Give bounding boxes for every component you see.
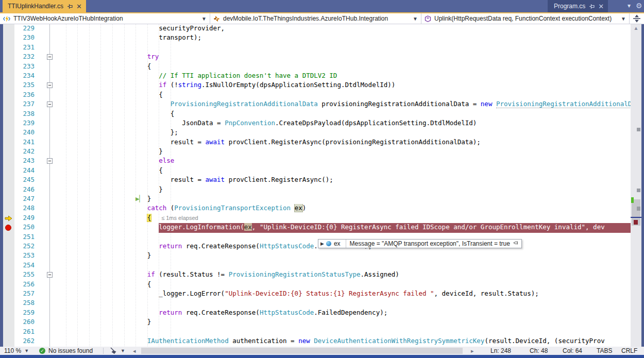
code-line[interactable]: 235 if (!string.IsNullOrEmpty(dpsApplica…: [3, 81, 631, 90]
code-line[interactable]: 248 catch (ProvisioningTransportExceptio…: [3, 204, 631, 213]
code-line[interactable]: 240 };: [3, 128, 631, 138]
horizontal-scrollbar[interactable]: [140, 348, 468, 354]
code-text[interactable]: return req.CreateResponse(HttpStatusCode…: [159, 309, 631, 318]
code-text[interactable]: };: [171, 128, 631, 138]
code-text[interactable]: securityProvider,: [159, 24, 631, 33]
breakpoint-margin-cell[interactable]: [3, 24, 14, 33]
code-line[interactable]: 241 result = await provClient.RegisterAs…: [3, 138, 631, 147]
code-line[interactable]: 234 // If TTI application doesn't have a…: [3, 72, 631, 81]
breakpoint-margin-cell[interactable]: [3, 81, 14, 90]
code-text[interactable]: ▶▏ }: [135, 195, 631, 204]
breakpoint-margin-cell[interactable]: [3, 204, 14, 213]
code-text[interactable]: catch (ProvisioningTransportException ex…: [147, 204, 631, 213]
code-text[interactable]: ProvisioningRegistrationAdditionalData p…: [171, 100, 631, 109]
code-line[interactable]: 238 {: [3, 110, 631, 119]
fold-toggle[interactable]: [47, 272, 53, 278]
code-text[interactable]: if (result.Status != ProvisioningRegistr…: [147, 270, 631, 280]
code-line[interactable]: 254: [3, 261, 631, 270]
pin-icon[interactable]: [67, 4, 73, 9]
breakpoint-margin-cell[interactable]: [3, 337, 14, 346]
code-text[interactable]: try: [147, 53, 631, 62]
code-line[interactable]: 230 transport);: [3, 33, 631, 43]
breakpoint-margin-cell[interactable]: [3, 214, 14, 223]
breakpoint-margin-cell[interactable]: [3, 309, 14, 318]
breakpoint-margin-cell[interactable]: [3, 72, 14, 81]
close-icon[interactable]: ✕: [76, 3, 82, 10]
breakpoint-margin-cell[interactable]: [3, 166, 14, 176]
breakpoint-margin-cell[interactable]: [3, 53, 14, 62]
code-line[interactable]: 260 }: [3, 318, 631, 327]
breakpoint-margin-cell[interactable]: [3, 195, 14, 204]
code-text[interactable]: {: [159, 91, 631, 100]
code-line[interactable]: 252 return req.CreateResponse(HttpStatus…: [3, 242, 631, 251]
code-line[interactable]: 233 {: [3, 62, 631, 72]
fold-toggle[interactable]: [47, 158, 53, 164]
breakpoint-margin-cell[interactable]: [3, 289, 14, 299]
horizontal-scrollbar-thumb[interactable]: [141, 348, 463, 354]
tab-ttiuplinkhandler[interactable]: TTIUplinkHandler.cs ✕: [3, 0, 86, 12]
indent-mode-indicator[interactable]: TABS: [597, 347, 612, 355]
code-text[interactable]: [54, 261, 631, 270]
close-icon[interactable]: ✕: [598, 3, 604, 10]
breakpoint-margin-cell[interactable]: [3, 280, 14, 289]
split-editor-button[interactable]: [630, 13, 644, 24]
code-text[interactable]: {: [171, 110, 631, 119]
breakpoint-margin-cell[interactable]: [3, 147, 14, 157]
code-line[interactable]: 243 else: [3, 157, 631, 166]
breakpoint-margin-cell[interactable]: [3, 223, 14, 232]
line-ending-indicator[interactable]: CRLF: [621, 347, 637, 355]
project-dropdown[interactable]: TTIV3WebHookAzureIoTHubIntegration ▼: [0, 13, 210, 24]
breakpoint-margin-cell[interactable]: [3, 233, 14, 242]
datatip-expander-icon[interactable]: ▶: [318, 241, 326, 246]
code-text[interactable]: IAuthenticationMethod authentication = n…: [147, 337, 631, 346]
pin-icon[interactable]: [589, 4, 595, 9]
fold-toggle[interactable]: [47, 54, 53, 60]
code-text[interactable]: {: [147, 62, 631, 72]
code-line[interactable]: 246 }: [3, 185, 631, 195]
breakpoint-margin-cell[interactable]: [3, 119, 14, 128]
breakpoint-margin-cell[interactable]: [3, 251, 14, 261]
code-line[interactable]: 258: [3, 299, 631, 308]
vertical-scrollbar[interactable]: ▲: [631, 24, 641, 347]
code-cleanup-button[interactable]: ▼: [109, 347, 125, 355]
code-line[interactable]: 249 {≤ 1ms elapsed: [3, 214, 631, 223]
code-line[interactable]: 244 {: [3, 166, 631, 176]
issues-indicator[interactable]: ✓ No issues found: [39, 347, 93, 355]
fold-toggle[interactable]: [47, 82, 53, 88]
breakpoint-margin-cell[interactable]: [3, 43, 14, 53]
code-text[interactable]: }: [159, 147, 631, 157]
breakpoint-margin-cell[interactable]: [3, 328, 14, 337]
code-text[interactable]: // If TTI application doesn't have a DTD…: [159, 72, 631, 81]
code-line[interactable]: 253 }: [3, 251, 631, 261]
tab-program-cs[interactable]: Program.cs ✕: [548, 0, 608, 12]
code-text[interactable]: result = await provClient.RegisterAsync(…: [171, 138, 631, 147]
code-line[interactable]: 251: [3, 233, 631, 242]
code-text[interactable]: _logger.LogError("Uplink-DeviceID:{0} St…: [159, 289, 631, 299]
code-text[interactable]: {: [159, 166, 631, 176]
code-line[interactable]: 231: [3, 43, 631, 53]
breakpoint-margin-cell[interactable]: [3, 110, 14, 119]
breakpoint-margin-cell[interactable]: [3, 176, 14, 185]
code-text[interactable]: }: [159, 185, 631, 195]
code-line[interactable]: 261: [3, 328, 631, 337]
fold-toggle[interactable]: [47, 101, 53, 107]
breakpoint-margin-cell[interactable]: [3, 157, 14, 166]
code-text[interactable]: }: [147, 251, 631, 261]
namespace-dropdown[interactable]: devMobile.IoT.TheThingsIndustries.AzureI…: [210, 13, 421, 24]
code-line[interactable]: 245 result = await provClient.RegisterAs…: [3, 176, 631, 185]
code-text[interactable]: {: [147, 280, 631, 289]
datatip-pin-icon[interactable]: [513, 241, 519, 247]
gear-icon[interactable]: ⚙: [636, 2, 642, 10]
zoom-control[interactable]: 110 % ▼: [4, 347, 29, 355]
code-line[interactable]: 250 logger.LogInformation(ex, "Uplink-De…: [3, 223, 631, 232]
code-text[interactable]: if (!string.IsNullOrEmpty(dpsApplication…: [159, 81, 631, 90]
code-line[interactable]: 259 return req.CreateResponse(HttpStatus…: [3, 309, 631, 318]
code-text[interactable]: transport);: [159, 33, 631, 43]
code-line[interactable]: 232 try: [3, 53, 631, 62]
code-text[interactable]: [54, 328, 631, 337]
member-dropdown[interactable]: Uplink(HttpRequestData req, FunctionCont…: [421, 13, 630, 24]
breakpoint-icon[interactable]: [5, 225, 11, 231]
breakpoint-margin-cell[interactable]: [3, 138, 14, 147]
scroll-up-icon[interactable]: ▲: [631, 25, 641, 31]
breakpoint-margin-cell[interactable]: [3, 242, 14, 251]
